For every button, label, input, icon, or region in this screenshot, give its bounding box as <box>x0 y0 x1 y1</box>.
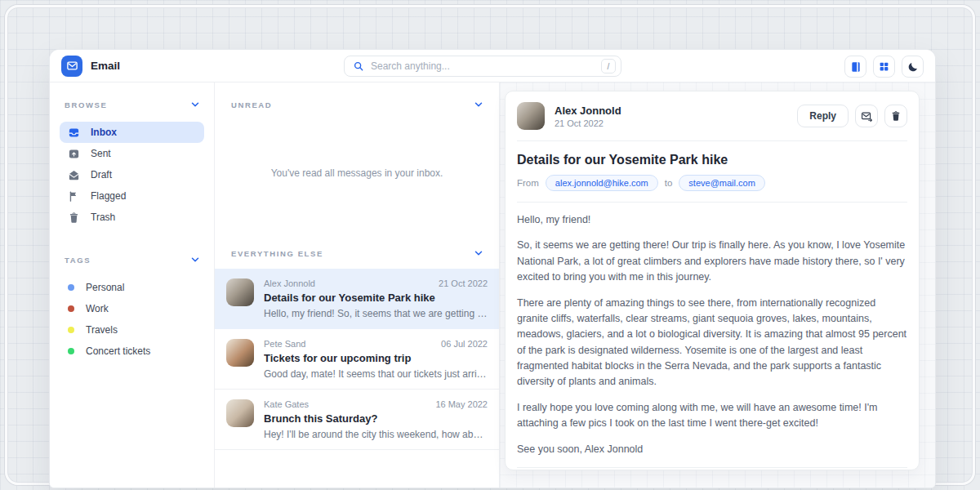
body-paragraph: See you soon, Alex Jonnold <box>517 442 907 457</box>
envelope-forward-icon <box>861 110 873 122</box>
tag-label: Work <box>86 303 109 314</box>
avatar <box>517 102 545 130</box>
detail-from-row: From alex.jonnold@hike.com to steve@mail… <box>517 175 907 191</box>
tag-label: Personal <box>86 282 124 293</box>
sidebar-item-label: Trash <box>91 212 115 223</box>
to-email-chip[interactable]: steve@mail.com <box>679 175 764 191</box>
tag-color-dot <box>68 348 74 354</box>
chevron-down-icon[interactable] <box>189 254 201 265</box>
detail-subject: Details for our Yosemite Park hike <box>517 153 907 167</box>
email-subject: Details for our Yosemite Park hike <box>264 292 488 304</box>
mail-list-column: UNREAD You've read all messages in your … <box>215 82 500 488</box>
detail-sender-name: Alex Jonnold <box>555 105 787 117</box>
sidebar-item-label: Sent <box>91 148 111 159</box>
search-input[interactable] <box>371 60 595 72</box>
tag-color-dot <box>68 284 74 291</box>
body-paragraph: There are plenty of amazing things to se… <box>517 296 907 390</box>
chevron-down-icon[interactable] <box>189 99 201 110</box>
sidebar: BROWSE Inbox Sent <box>50 82 215 488</box>
tags-section-header[interactable]: TAGS <box>60 249 204 270</box>
email-preview: Hello, my friend! So, it seems that we a… <box>264 308 488 319</box>
tag-label: Concert tickets <box>86 345 150 357</box>
everything-else-label: EVERYTHING ELSE <box>231 249 323 258</box>
email-sender: Kate Gates <box>264 399 309 409</box>
search-bar[interactable]: / <box>344 56 621 77</box>
email-logo-icon <box>61 56 82 77</box>
dark-mode-button[interactable] <box>902 56 924 78</box>
search-shortcut-key: / <box>601 59 616 74</box>
chevron-down-icon[interactable] <box>473 247 484 259</box>
avatar <box>226 278 254 306</box>
sidebar-item-trash[interactable]: Trash <box>60 207 204 228</box>
email-app-window: Email / <box>49 49 936 488</box>
detail-date: 21 Oct 2022 <box>555 118 787 128</box>
email-list-item[interactable]: Alex Jonnold 21 Oct 2022 Details for our… <box>215 269 499 329</box>
sidebar-item-sent[interactable]: Sent <box>60 143 204 164</box>
email-sender: Pete Sand <box>264 339 305 349</box>
unread-empty-state: You've read all messages in your inbox. <box>226 115 488 231</box>
journal-icon <box>850 61 862 73</box>
avatar <box>226 399 254 427</box>
email-list-item[interactable]: Pete Sand 06 Jul 2022 Tickets for our up… <box>215 329 499 390</box>
everything-else-section-header[interactable]: EVERYTHING ELSE <box>226 243 488 264</box>
tags-label: TAGS <box>65 256 91 265</box>
attachments-section: Attachments <box>517 468 907 470</box>
email-date: 16 May 2022 <box>435 399 488 409</box>
email-subject: Brunch this Saturday? <box>264 412 488 425</box>
inbox-icon <box>68 127 80 139</box>
sidebar-item-draft[interactable]: Draft <box>60 164 204 185</box>
email-date: 21 Oct 2022 <box>439 278 488 288</box>
flag-icon <box>68 190 80 203</box>
email-preview: Hey! I'll be around the city this weeken… <box>264 429 488 440</box>
tag-item-concert-tickets[interactable]: Concert tickets <box>60 341 204 362</box>
search-icon <box>353 60 364 72</box>
detail-column: Alex Jonnold 21 Oct 2022 Reply <box>500 82 935 488</box>
sidebar-item-flagged[interactable]: Flagged <box>60 185 204 207</box>
apps-grid-icon <box>879 61 889 72</box>
email-list-item[interactable]: Kate Gates 16 May 2022 Brunch this Satur… <box>215 390 499 450</box>
apps-grid-button[interactable] <box>873 56 895 78</box>
tag-item-work[interactable]: Work <box>60 298 204 319</box>
email-date: 06 Jul 2022 <box>441 339 488 349</box>
sidebar-item-label: Draft <box>91 169 112 180</box>
email-sender: Alex Jonnold <box>264 278 315 288</box>
browse-section-header[interactable]: BROWSE <box>60 94 204 115</box>
trash-icon <box>890 110 902 122</box>
sidebar-item-inbox[interactable]: Inbox <box>60 122 204 143</box>
chevron-down-icon[interactable] <box>473 99 484 110</box>
tag-color-dot <box>68 327 74 333</box>
avatar <box>226 339 254 367</box>
delete-email-button[interactable] <box>884 105 907 127</box>
main-columns: BROWSE Inbox Sent <box>50 82 935 488</box>
email-subject: Tickets for our upcoming trip <box>264 352 488 364</box>
journal-button[interactable] <box>844 56 866 78</box>
app-title: Email <box>91 60 120 72</box>
body-paragraph: So, it seems we are getting there! Our t… <box>517 238 907 285</box>
draft-icon <box>68 169 80 181</box>
tag-item-personal[interactable]: Personal <box>60 277 204 298</box>
unread-label: UNREAD <box>231 100 272 109</box>
header-actions <box>844 56 924 78</box>
forward-email-button[interactable] <box>855 105 878 127</box>
browse-label: BROWSE <box>65 100 107 109</box>
tag-label: Travels <box>86 324 118 336</box>
reply-button[interactable]: Reply <box>797 105 849 127</box>
unread-section-header[interactable]: UNREAD <box>226 94 488 115</box>
tag-color-dot <box>68 305 74 312</box>
moon-icon <box>907 61 919 73</box>
from-email-chip[interactable]: alex.jonnold@hike.com <box>546 175 658 191</box>
trash-icon <box>68 212 80 224</box>
tag-item-travels[interactable]: Travels <box>60 319 204 341</box>
to-label: to <box>665 178 673 188</box>
email-detail-card: Alex Jonnold 21 Oct 2022 Reply <box>505 91 920 470</box>
browse-list: Inbox Sent Draft <box>60 122 204 228</box>
email-preview: Good day, mate! It seems that our ticket… <box>264 368 488 380</box>
sent-icon <box>68 148 80 160</box>
sidebar-item-label: Inbox <box>91 127 117 138</box>
from-label: From <box>517 178 539 188</box>
detail-header: Alex Jonnold 21 Oct 2022 Reply <box>517 91 907 141</box>
sidebar-item-label: Flagged <box>91 190 126 202</box>
email-body: Hello, my friend! So, it seems we are ge… <box>517 203 907 457</box>
tags-list: Personal Work Travels Concert tickets <box>60 277 204 362</box>
email-list: Alex Jonnold 21 Oct 2022 Details for our… <box>215 269 499 450</box>
